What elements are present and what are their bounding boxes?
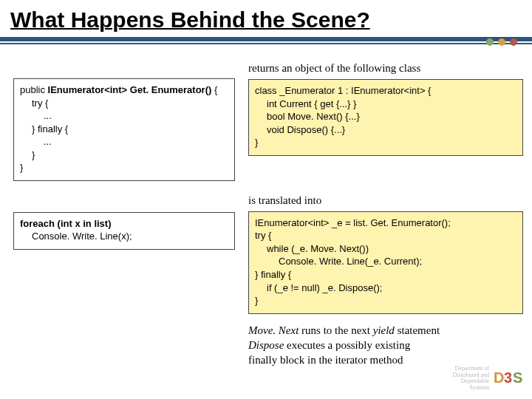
code-line: } — [20, 162, 23, 173]
note-term: Move. Next — [248, 324, 299, 336]
code-line: ... — [20, 135, 52, 149]
slide-content: public IEnumerator<int> Get. Enumerator(… — [0, 44, 532, 367]
code-line: } — [255, 295, 258, 306]
code-get-enumerator: public IEnumerator<int> Get. Enumerator(… — [13, 78, 235, 181]
code-line: } finally { — [20, 123, 68, 136]
note-dispose: Dispose executes a possibly existing fin… — [248, 338, 523, 368]
explanatory-notes: Move. Next runs to the next yield statem… — [248, 323, 523, 368]
d3s-logo-icon: D 3 S — [494, 368, 523, 389]
code-enumerator-class: class _Enumerator 1 : IEnumerator<int> {… — [248, 79, 523, 156]
code-line: if (_e != null) _e. Dispose(); — [255, 282, 382, 295]
code-line: bool Move. Next() {...} — [255, 110, 360, 123]
code-line: IEnumerator<int> _e = list. Get. Enumera… — [255, 217, 451, 228]
note-term: Dispose — [248, 339, 284, 351]
code-line: Console. Write. Line(_e. Current); — [255, 255, 422, 268]
dot-orange — [498, 38, 505, 46]
dot-green — [486, 38, 494, 46]
code-line-bold: IEnumerator<int> Get. Enumerator() — [48, 84, 212, 95]
code-line: try { — [20, 97, 48, 110]
note-movenext: Move. Next runs to the next yield statem… — [248, 323, 523, 338]
footer-logo: Department of Distributed and Dependable… — [452, 366, 523, 392]
divider-thick — [0, 37, 532, 41]
code-line: while (_e. Move. Next()) — [255, 242, 369, 256]
note-text: finally block in the iterator method — [248, 354, 403, 366]
code-line: } — [20, 149, 35, 162]
dot-red — [510, 38, 517, 46]
code-line: ... — [20, 109, 52, 123]
code-line: public — [20, 84, 48, 95]
code-line: Console. Write. Line(x); — [20, 230, 132, 243]
caption-returns: returns an object of the following class — [248, 62, 523, 75]
code-line: class _Enumerator 1 : IEnumerator<int> { — [255, 85, 431, 96]
code-foreach: foreach (int x in list) Console. Write. … — [13, 212, 235, 250]
code-line: try { — [255, 230, 271, 241]
code-line: { — [211, 84, 217, 95]
svg-text:D: D — [494, 369, 504, 386]
note-text: executes a possibly existing — [284, 339, 410, 351]
code-expanded: IEnumerator<int> _e = list. Get. Enumera… — [248, 211, 523, 314]
code-line: } — [255, 137, 258, 148]
note-term: yield — [373, 324, 395, 336]
svg-text:3: 3 — [504, 369, 512, 386]
code-line-bold: foreach (int x in list) — [20, 218, 112, 229]
accent-dots — [486, 38, 517, 46]
caption-translated: is translated into — [248, 194, 523, 207]
code-line: void Dispose() {...} — [255, 123, 345, 137]
code-line: int Current { get {...} } — [255, 98, 356, 111]
svg-text:S: S — [513, 369, 522, 386]
slide-title: What Happens Behind the Scene? — [0, 0, 532, 37]
note-text: runs to the next — [299, 324, 372, 336]
note-text: statement — [395, 324, 440, 336]
code-line: } finally { — [255, 269, 291, 280]
footer-dept-text: Department of Distributed and Dependable… — [452, 366, 489, 392]
